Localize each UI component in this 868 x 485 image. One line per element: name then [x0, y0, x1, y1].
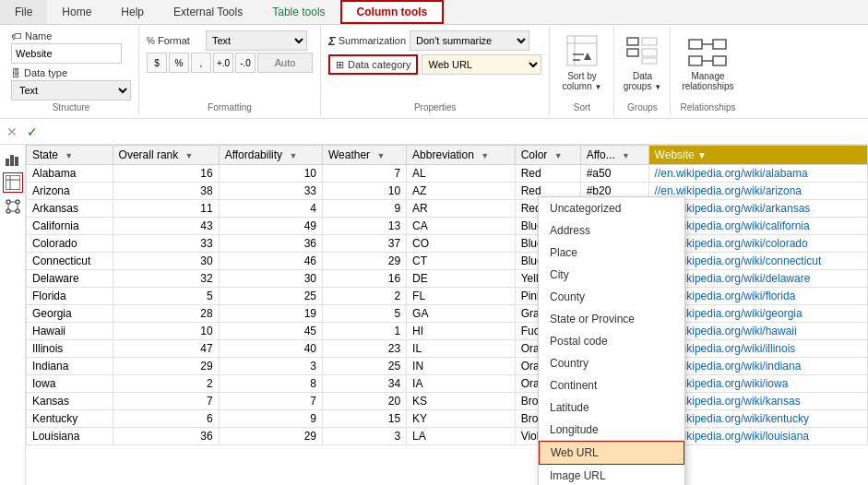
manage-relationships-button[interactable]: [687, 30, 728, 71]
dropdown-item-postal-code[interactable]: Postal code: [539, 330, 684, 352]
summarization-group: Σ Summarization Don't summarize Sum Aver…: [321, 27, 550, 116]
col-state[interactable]: State ▼: [27, 146, 113, 165]
dropdown-item-image-url[interactable]: Image URL: [539, 465, 684, 485]
svg-rect-12: [713, 40, 726, 49]
name-input[interactable]: Website: [11, 43, 122, 64]
summarization-select[interactable]: Don't summarize Sum Average Min Max Coun…: [410, 30, 529, 51]
datatype-label: Data type: [24, 67, 67, 78]
datatype-icon: 🗄: [11, 68, 20, 78]
dropdown-item-continent[interactable]: Continent: [539, 374, 684, 396]
tab-external-tools[interactable]: External Tools: [159, 0, 257, 24]
formatting-label: Formatting: [147, 101, 313, 112]
sort-group-label: Sort: [557, 101, 606, 112]
relationships-label: Relationships: [678, 101, 737, 112]
table-row: Illinois 47 40 23 IL Orange #b20 //en.wi…: [27, 340, 868, 358]
tab-column-tools[interactable]: Column tools: [340, 0, 445, 24]
table-row: Indiana 29 3 25 IN Orange #a50 //en.wiki…: [27, 358, 868, 375]
table-row: Arizona 38 33 10 AZ Red #b20 //en.wikipe…: [27, 183, 868, 200]
groups-label: Groups: [622, 101, 662, 112]
dropdown-item-place[interactable]: Place: [539, 242, 684, 264]
cell-color: Red: [515, 165, 580, 183]
col-website[interactable]: Website ▼: [648, 146, 867, 165]
datacategory-select[interactable]: Web URL Uncategorized Address Place City…: [422, 54, 541, 75]
col-weather[interactable]: Weather ▼: [322, 146, 406, 165]
svg-point-26: [16, 209, 19, 213]
name-field: 🏷 Name Website: [11, 30, 122, 64]
datatype-field: 🗄 Data type Text Number Date/Time True/F…: [11, 67, 131, 101]
svg-rect-19: [15, 157, 18, 166]
data-groups-button[interactable]: [622, 30, 662, 71]
col-overall-rank[interactable]: Overall rank ▼: [113, 146, 219, 165]
sidebar-icon-model[interactable]: [3, 196, 23, 217]
comma-button[interactable]: ,: [191, 53, 211, 73]
table-wrapper: State ▼ Overall rank ▼ Affordability ▼ W…: [26, 145, 868, 485]
cell-state: Arizona: [27, 183, 113, 200]
svg-point-25: [6, 209, 10, 213]
sort-by-column-label: Sort bycolumn ▼: [563, 71, 602, 91]
table-row: Colorado 33 36 37 CO Blue #b20 //en.wiki…: [27, 235, 868, 253]
tab-home[interactable]: Home: [47, 0, 106, 24]
svg-rect-6: [627, 38, 638, 45]
dropdown-item-city[interactable]: City: [539, 264, 684, 286]
tab-table-tools[interactable]: Table tools: [257, 0, 339, 24]
sidebar-icon-chart[interactable]: [3, 148, 23, 169]
datacategory-icon: ⊞: [336, 59, 344, 71]
dropdown-item-longitude[interactable]: Longitude: [539, 419, 684, 441]
svg-rect-0: [567, 36, 597, 65]
cell-rank: 16: [113, 165, 219, 183]
datacategory-button[interactable]: ⊞ Data category: [328, 54, 418, 75]
svg-rect-20: [6, 175, 20, 190]
sidebar-icon-table[interactable]: [3, 172, 23, 193]
dropdown-item-country[interactable]: Country: [539, 352, 684, 374]
svg-rect-8: [642, 38, 657, 45]
col-affordability[interactable]: Affordability ▼: [219, 146, 322, 165]
dec-dec-button[interactable]: -.0: [235, 53, 256, 73]
formula-bar: ✕ ✓: [0, 119, 868, 145]
datacategory-label: Data category: [348, 59, 410, 70]
dropdown-item-state-or-province[interactable]: State or Province: [539, 308, 684, 330]
table-row: Hawaii 10 45 1 HI Fuchsia #b20 //en.wiki…: [27, 323, 868, 340]
cell-state: Alabama: [27, 165, 113, 183]
table-row: Louisiana 36 29 3 LA Violet #b20 //en.wi…: [27, 428, 868, 445]
formula-input[interactable]: [48, 125, 864, 138]
col-affo[interactable]: Affo... ▼: [580, 146, 648, 165]
sigma-icon: Σ: [328, 34, 336, 48]
cell-weather: 7: [322, 165, 406, 183]
left-sidebar: [0, 145, 26, 485]
formula-confirm-icon[interactable]: ✓: [24, 124, 41, 140]
svg-rect-17: [6, 159, 9, 166]
table-row: Alabama 16 10 7 AL Red #a50 //en.wikiped…: [27, 165, 868, 183]
format-field-label: % Format: [147, 35, 202, 46]
currency-button[interactable]: $: [147, 53, 167, 73]
structure-label: Structure: [11, 101, 131, 112]
structure-group: 🏷 Name Website 🗄 Data type Text: [4, 27, 139, 116]
table-row: Kansas 7 7 20 KS Brown #a50 //en.wikiped…: [27, 393, 868, 410]
tab-file[interactable]: File: [0, 0, 47, 24]
properties-label: Properties: [328, 101, 541, 112]
format-select[interactable]: Text General Number: [206, 30, 307, 51]
manage-relationships-label: Managerelationships: [682, 71, 733, 91]
col-abbreviation[interactable]: Abbreviation ▼: [407, 146, 516, 165]
dropdown-item-county[interactable]: County: [539, 286, 684, 308]
dropdown-item-web-url[interactable]: Web URL: [539, 441, 684, 465]
relationships-group: Managerelationships Relationships: [671, 27, 744, 116]
datatype-select[interactable]: Text Number Date/Time True/False: [11, 80, 131, 101]
table-row: Arkansas 11 4 9 AR Red #a50 //en.wikiped…: [27, 200, 868, 218]
formula-cancel-icon[interactable]: ✕: [4, 124, 20, 140]
dropdown-item-uncategorized[interactable]: Uncategorized: [539, 197, 684, 219]
name-icon: 🏷: [11, 30, 21, 41]
formatting-group: % Format Text General Number $ % , +.0 -…: [139, 27, 321, 116]
percent-button[interactable]: %: [169, 53, 189, 73]
tab-help[interactable]: Help: [106, 0, 159, 24]
cell-abbr: AL: [407, 165, 516, 183]
svg-rect-11: [689, 40, 702, 49]
cell-affo: #a50: [580, 165, 648, 183]
svg-rect-14: [713, 56, 726, 65]
col-color[interactable]: Color ▼: [515, 146, 580, 165]
summarization-label: Summarization: [339, 35, 406, 46]
sort-by-column-button[interactable]: [562, 30, 602, 71]
dropdown-item-latitude[interactable]: Latitude: [539, 396, 684, 419]
dropdown-item-address[interactable]: Address: [539, 219, 684, 242]
svg-rect-10: [642, 58, 657, 64]
dec-inc-button[interactable]: +.0: [213, 53, 233, 73]
